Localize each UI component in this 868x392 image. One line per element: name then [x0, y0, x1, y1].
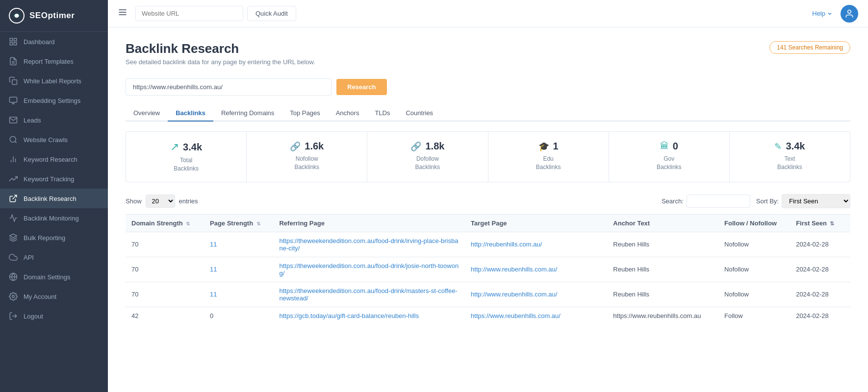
sort-arrows-page: ⇅: [256, 221, 260, 226]
sidebar-item-logout[interactable]: Logout: [0, 306, 108, 326]
sidebar-item-keyword-research-label: Keyword Research: [24, 156, 77, 163]
dofollow-icon: 🔗: [410, 141, 421, 152]
research-button[interactable]: Research: [336, 79, 387, 95]
show-entries-control: Show 10 20 50 100 entries: [126, 195, 198, 208]
sidebar-item-api[interactable]: API: [0, 247, 108, 267]
sidebar-item-backlink-research-label: Backlink Research: [24, 195, 77, 202]
nofollow-icon: 🔗: [290, 141, 301, 152]
page-content: Backlink Research See detailed backlink …: [108, 27, 868, 392]
sidebar-item-dashboard[interactable]: Dashboard: [0, 32, 108, 51]
cell-domain-strength: 70: [126, 282, 204, 307]
seoptimer-logo-icon: [9, 8, 25, 24]
table-row: 70 11 https://theweekendedition.com.au/f…: [126, 282, 850, 307]
quick-audit-button[interactable]: Quick Audit: [247, 6, 296, 21]
help-button[interactable]: Help: [812, 10, 833, 17]
sidebar-item-backlink-monitoring[interactable]: Backlink Monitoring: [0, 208, 108, 228]
sidebar-item-embedding-label: Embedding Settings: [24, 97, 80, 104]
cell-follow-nofollow: Nofollow: [718, 257, 790, 282]
referring-page-link[interactable]: https://theweekendedition.com.au/food-dr…: [279, 262, 459, 277]
sort-by-label: Sort By:: [756, 197, 779, 205]
referring-page-link[interactable]: https://gcb.today/au/gift-card-balance/r…: [279, 312, 419, 319]
sidebar-item-keyword-tracking[interactable]: Keyword Tracking: [0, 169, 108, 189]
svg-rect-8: [12, 80, 17, 85]
sidebar-item-website-crawls[interactable]: Website Crawls: [0, 130, 108, 149]
website-url-input[interactable]: [135, 6, 243, 21]
svg-point-26: [848, 10, 851, 13]
grid-icon: [9, 37, 18, 46]
target-page-link[interactable]: http://www.reubenhills.com.au/: [471, 291, 557, 298]
search-icon: [9, 135, 18, 144]
cell-referring-page: https://theweekendedition.com.au/food-dr…: [273, 232, 465, 257]
sidebar-item-my-account-label: My Account: [24, 293, 56, 300]
cell-page-strength: 11: [204, 282, 273, 307]
referring-page-link[interactable]: https://theweekendedition.com.au/food-dr…: [279, 287, 457, 302]
gov-label: GovBacklinks: [657, 155, 682, 172]
sidebar-item-keyword-tracking-label: Keyword Tracking: [24, 175, 74, 183]
sidebar-item-report-templates[interactable]: Report Templates: [0, 51, 108, 71]
text-backlinks-icon: ✎: [774, 141, 782, 152]
sidebar-item-report-templates-label: Report Templates: [24, 58, 74, 65]
user-avatar[interactable]: [841, 5, 858, 23]
hamburger-icon: [118, 7, 128, 17]
referring-page-link[interactable]: https://theweekendedition.com.au/food-dr…: [279, 237, 458, 252]
sidebar-item-bulk-reporting[interactable]: Bulk Reporting: [0, 228, 108, 247]
sidebar-item-domain-settings[interactable]: Domain Settings: [0, 267, 108, 287]
target-page-link[interactable]: http://reubenhills.com.au/: [471, 241, 542, 248]
th-page-strength: Page Strength ⇅: [204, 214, 273, 232]
sidebar-item-keyword-research[interactable]: Keyword Research: [0, 149, 108, 169]
th-follow-nofollow: Follow / Nofollow: [718, 214, 790, 232]
sidebar-item-white-label-reports[interactable]: White Label Reports: [0, 71, 108, 91]
tab-backlinks[interactable]: Backlinks: [168, 105, 213, 122]
tab-tlds[interactable]: TLDs: [367, 105, 398, 122]
th-anchor-text: Anchor Text: [607, 214, 718, 232]
url-research-input[interactable]: [126, 78, 332, 96]
stat-text-backlinks: ✎ 3.4k TextBacklinks: [730, 132, 850, 182]
sidebar-item-my-account[interactable]: My Account: [0, 287, 108, 306]
bar-chart-icon: [9, 155, 18, 164]
sidebar-item-domain-settings-label: Domain Settings: [24, 273, 70, 281]
th-target-page: Target Page: [465, 214, 607, 232]
sort-select[interactable]: First Seen Domain Strength Page Strength: [782, 194, 850, 208]
target-page-link[interactable]: http://www.reubenhills.com.au/: [471, 266, 557, 273]
sidebar-item-embedding-settings[interactable]: Embedding Settings: [0, 91, 108, 110]
target-page-link[interactable]: https://www.reubenhills.com.au/: [471, 312, 561, 319]
sidebar-item-backlink-research[interactable]: Backlink Research: [0, 189, 108, 208]
page-header: Backlink Research See detailed backlink …: [126, 41, 850, 74]
stat-edu-backlinks: 🎓 1 EduBacklinks: [488, 132, 609, 182]
page-title: Backlink Research: [126, 41, 315, 56]
table-search-input[interactable]: [687, 195, 750, 208]
entries-select[interactable]: 10 20 50 100: [146, 195, 175, 208]
cell-follow-nofollow: Nofollow: [718, 282, 790, 307]
cell-page-strength: 0: [204, 307, 273, 324]
sidebar-item-white-label-label: White Label Reports: [24, 77, 81, 85]
user-icon: [844, 9, 854, 19]
topbar-right: Help: [812, 5, 858, 23]
tab-top-pages[interactable]: Top Pages: [282, 105, 328, 122]
sidebar-item-leads[interactable]: Leads: [0, 110, 108, 130]
stat-gov-backlinks: 🏛 0 GovBacklinks: [609, 132, 730, 182]
stats-row: ↗ 3.4k TotalBacklinks 🔗 1.6k NofollowBac…: [126, 131, 850, 182]
sidebar-item-backlink-monitoring-label: Backlink Monitoring: [24, 215, 79, 222]
text-backlinks-label: TextBacklinks: [777, 155, 802, 172]
first-seen-sort-icon: ⇅: [830, 220, 834, 226]
text-backlinks-value: 3.4k: [786, 141, 805, 152]
tab-anchors[interactable]: Anchors: [328, 105, 367, 122]
th-first-seen: First Seen ⇅: [790, 214, 850, 232]
table-right-controls: Search: Sort By: First Seen Domain Stren…: [662, 194, 850, 208]
sidebar-item-dashboard-label: Dashboard: [24, 38, 55, 46]
tab-overview[interactable]: Overview: [126, 105, 168, 122]
sidebar-item-bulk-reporting-label: Bulk Reporting: [24, 234, 65, 242]
th-referring-page: Referring Page: [273, 214, 465, 232]
svg-rect-4: [10, 43, 12, 45]
dofollow-value: 1.8k: [425, 141, 444, 152]
nofollow-label: NofollowBacklinks: [294, 155, 319, 172]
cell-page-strength: 11: [204, 257, 273, 282]
globe-icon: [9, 272, 18, 281]
tab-referring-domains[interactable]: Referring Domains: [213, 105, 282, 122]
tab-countries[interactable]: Countries: [398, 105, 441, 122]
sidebar-logo: SEOptimer: [0, 0, 108, 32]
trending-up-icon: [9, 174, 18, 183]
table-search-control: Search:: [662, 195, 750, 208]
hamburger-button[interactable]: [118, 7, 128, 20]
page-subtitle: See detailed backlink data for any page …: [126, 58, 315, 66]
